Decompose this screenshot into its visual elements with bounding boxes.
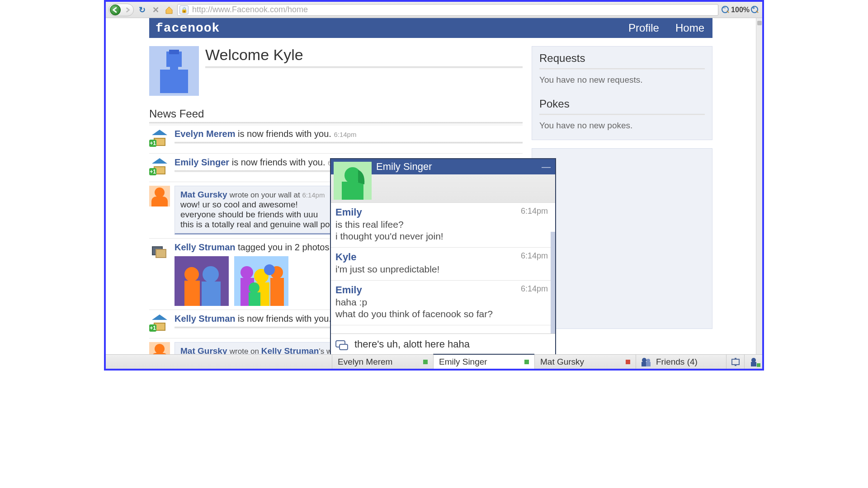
svg-rect-3 <box>170 66 178 72</box>
feed-user-link[interactable]: Kelly Struman <box>175 314 235 324</box>
friends-label: Friends (4) <box>656 357 698 367</box>
chat-avatar[interactable] <box>334 162 372 200</box>
divider <box>149 122 523 124</box>
user-avatar-icon[interactable] <box>149 342 170 354</box>
notifications-icon[interactable] <box>726 355 744 369</box>
status-dot-icon <box>524 360 529 364</box>
chat-tab-label: Evelyn Merem <box>338 357 392 367</box>
feed-item: +1 Evelyn Merem is now friends with you.… <box>149 125 523 153</box>
chat-draft-text[interactable]: there's uh, alott here haha <box>354 338 551 350</box>
zoom-out-icon[interactable]: − <box>721 5 730 14</box>
msg-sender: Emily <box>335 284 362 296</box>
svg-point-16 <box>249 282 259 293</box>
friends-icon <box>641 357 651 366</box>
svg-rect-26 <box>732 359 739 365</box>
pokes-text: You have no new pokes. <box>539 121 705 131</box>
chat-header[interactable]: Emily Singer — <box>331 159 555 202</box>
status-dot-icon <box>423 360 428 364</box>
browser-toolbar: ↻ ✕ 🔒 − 100% + <box>106 2 762 18</box>
msg-sender: Kyle <box>335 251 356 263</box>
nav-profile[interactable]: Profile <box>620 22 667 34</box>
friend-added-icon: +1 <box>149 157 170 178</box>
chat-message: Emily 6:14pm is this real lifee? i thoug… <box>331 203 555 248</box>
reload-icon[interactable]: ↻ <box>137 5 147 15</box>
page-content: facenook Profile Home Welcome Kyle News … <box>106 18 756 354</box>
svg-rect-17 <box>249 292 260 306</box>
svg-rect-8 <box>202 282 221 306</box>
feed-user-link[interactable]: Mat Gursky <box>180 190 227 199</box>
msg-line: is this real lifee? <box>335 219 548 230</box>
divider <box>205 66 523 68</box>
nav-home[interactable]: Home <box>667 22 712 34</box>
svg-rect-6 <box>184 281 200 306</box>
empty-panel <box>532 148 712 329</box>
chat-title: Emily Singer <box>376 161 432 173</box>
feed-time: 6:14pm <box>334 131 356 138</box>
wall-meta: wrote on your wall at <box>230 191 302 199</box>
svg-point-10 <box>241 266 253 279</box>
zoom-level: 100% <box>731 6 750 14</box>
chat-minimize-icon[interactable]: — <box>542 162 551 172</box>
stop-icon[interactable]: ✕ <box>150 5 161 15</box>
svg-rect-25 <box>646 362 651 366</box>
svg-rect-30 <box>751 362 756 366</box>
friend-added-icon: +1 <box>149 129 170 150</box>
page-scrollbar[interactable] <box>756 18 762 354</box>
address-bar[interactable]: 🔒 <box>177 4 718 16</box>
msg-line: i thought you'd never join! <box>335 231 548 242</box>
tagged-photo[interactable] <box>234 256 288 306</box>
feed-user-link[interactable]: Kelly Struman <box>175 242 235 252</box>
zoom-in-icon[interactable]: + <box>750 5 760 14</box>
requests-panel: Requests You have no new requests. Pokes… <box>532 46 712 140</box>
back-button[interactable] <box>110 5 121 15</box>
nav-back-forward[interactable] <box>108 4 134 16</box>
chat-taskbar: Evelyn Merem Emily Singer Mat Gursky Fri… <box>106 354 762 369</box>
svg-point-7 <box>203 266 219 282</box>
msg-sender: Emily <box>335 206 362 218</box>
feed-action: is now friends with you. <box>238 314 331 324</box>
svg-point-18 <box>264 264 275 275</box>
feed-action: is now friends with you. <box>232 157 326 167</box>
msg-line: haha :p <box>335 297 548 308</box>
feed-user-link[interactable]: Evelyn Merem <box>175 129 236 139</box>
newsfeed-heading: News Feed <box>149 108 523 120</box>
game-viewport: ↻ ✕ 🔒 − 100% + facenook Profile Home <box>104 0 764 371</box>
svg-point-5 <box>184 267 199 282</box>
tagged-photo[interactable] <box>175 256 229 306</box>
feed-action: tagged you in 2 photos. <box>238 242 332 252</box>
feed-user-link[interactable]: Emily Singer <box>175 157 229 167</box>
chat-tab[interactable]: Mat Gursky <box>534 355 636 369</box>
requests-text: You have no new requests. <box>539 75 705 85</box>
home-icon[interactable] <box>164 5 175 15</box>
zoom-controls: − 100% + <box>721 5 760 14</box>
pokes-title: Pokes <box>539 98 705 110</box>
svg-rect-15 <box>270 278 284 306</box>
user-avatar-icon[interactable] <box>149 186 170 206</box>
chat-tab[interactable]: Emily Singer <box>433 354 534 369</box>
chat-tab[interactable]: Evelyn Merem <box>332 355 433 369</box>
presence-icon[interactable] <box>744 355 762 369</box>
chat-message: Emily 6:14pm haha :p what do you think o… <box>331 281 555 325</box>
chat-scrollbar[interactable] <box>551 232 555 333</box>
chat-tab-label: Emily Singer <box>439 357 487 367</box>
friends-list-button[interactable]: Friends (4) <box>636 355 726 369</box>
forward-button[interactable] <box>123 5 132 15</box>
feed-target-link[interactable]: Kelly Struman <box>261 346 319 354</box>
chat-input-area[interactable]: there's uh, alott here haha <box>331 333 555 354</box>
welcome-heading: Welcome Kyle <box>205 46 523 64</box>
site-logo[interactable]: facenook <box>149 21 226 35</box>
site-identity-icon[interactable]: 🔒 <box>179 5 189 14</box>
profile-avatar[interactable] <box>149 46 199 96</box>
url-input[interactable] <box>191 5 716 15</box>
svg-rect-27 <box>735 358 736 360</box>
msg-line: i'm just so unpredictable! <box>335 264 548 275</box>
svg-rect-21 <box>342 182 363 200</box>
chat-message: Kyle 6:14pm i'm just so unpredictable! <box>331 248 555 281</box>
msg-line: what do you think of facenook so far? <box>335 309 548 319</box>
svg-rect-2 <box>160 70 188 93</box>
status-dot-icon <box>626 360 630 364</box>
feed-time: 6:14pm <box>302 191 325 199</box>
requests-title: Requests <box>539 52 705 65</box>
chat-window[interactable]: Emily Singer — Emily 6:14pm is this real… <box>330 158 556 354</box>
feed-user-link[interactable]: Mat Gursky <box>180 346 227 354</box>
